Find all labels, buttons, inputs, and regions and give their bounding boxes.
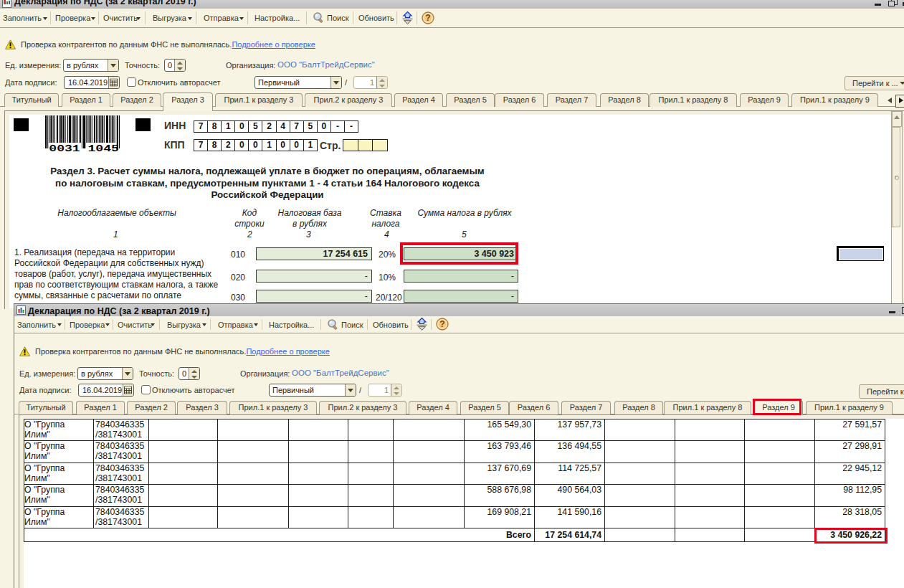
svg-text:?: ?: [425, 13, 430, 23]
svg-text:0031 1045: 0031 1045: [49, 144, 119, 153]
svg-text:?: ?: [439, 319, 444, 329]
